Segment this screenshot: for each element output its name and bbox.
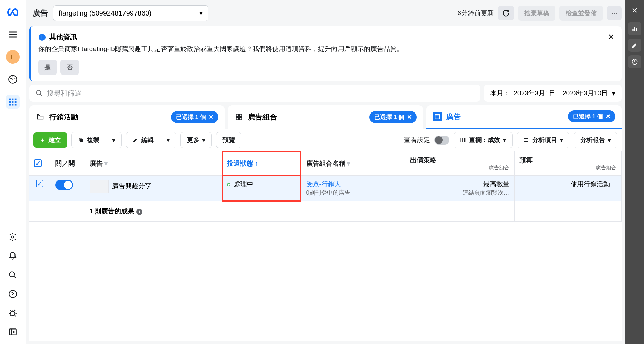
search-icon bbox=[36, 89, 43, 97]
account-selector[interactable]: ftargeting (509924817997860) ▾ bbox=[53, 5, 208, 21]
last-updated-text: 6分鐘前更新 bbox=[457, 9, 494, 18]
svg-rect-25 bbox=[463, 138, 464, 142]
more-menu-button[interactable]: ⋯ bbox=[607, 6, 622, 20]
edit-button-group: 編輯 ▾ bbox=[126, 132, 176, 148]
breakdown-button[interactable]: 分析項目 ▾ bbox=[517, 132, 569, 148]
cell-adset: 受眾-行銷人0則刊登中的廣告 bbox=[301, 176, 405, 201]
sort-asc-icon: ↑ bbox=[255, 160, 258, 167]
menu-icon[interactable] bbox=[6, 28, 20, 41]
th-delivery[interactable]: 投遞狀態 ↑ bbox=[222, 151, 301, 176]
bug-icon[interactable] bbox=[6, 306, 20, 320]
create-button[interactable]: ＋建立 bbox=[33, 132, 67, 148]
info-icon: i bbox=[38, 33, 46, 41]
sort-icon: ▾ bbox=[347, 160, 350, 167]
banner-no-button[interactable]: 否 bbox=[60, 60, 79, 75]
account-selector-label: ftargeting (509924817997860) bbox=[59, 9, 151, 17]
svg-rect-4 bbox=[9, 101, 11, 103]
th-ad[interactable]: 廣告▾ bbox=[85, 151, 222, 176]
main-content: 廣告 ftargeting (509924817997860) ▾ 6分鐘前更新… bbox=[26, 0, 625, 344]
clear-selection-icon[interactable]: ✕ bbox=[606, 113, 611, 120]
th-bid-strategy[interactable]: 出價策略廣告組合 bbox=[405, 151, 514, 176]
svg-rect-6 bbox=[15, 101, 17, 103]
search-icon[interactable] bbox=[6, 268, 20, 282]
right-rail bbox=[625, 0, 644, 344]
svg-rect-1 bbox=[9, 99, 11, 100]
info-banner-title: 其他資訊 bbox=[49, 32, 77, 42]
adset-link[interactable]: 受眾-行銷人 bbox=[306, 180, 341, 188]
search-row: 本月： 2023年3月1日 – 2023年3月10日 ▾ bbox=[29, 85, 622, 102]
view-settings-toggle[interactable] bbox=[434, 136, 449, 145]
review-publish-button[interactable]: 檢查並發佈 bbox=[559, 6, 603, 21]
th-adset-name[interactable]: 廣告組合名稱▾ bbox=[301, 151, 405, 176]
clear-selection-icon[interactable]: ✕ bbox=[407, 114, 412, 121]
date-range-selector[interactable]: 本月： 2023年3月1日 – 2023年3月10日 ▾ bbox=[484, 85, 622, 102]
close-icon[interactable] bbox=[631, 3, 638, 19]
row-toggle[interactable] bbox=[55, 180, 73, 190]
view-settings-label: 查看設定 bbox=[404, 136, 430, 145]
cell-ad-name: 廣告興趣分享 bbox=[85, 176, 222, 201]
svg-rect-19 bbox=[240, 114, 242, 116]
edit-dropdown[interactable]: ▾ bbox=[160, 132, 176, 148]
gear-icon[interactable] bbox=[6, 230, 20, 244]
avatar-letter: F bbox=[11, 53, 15, 61]
search-input[interactable] bbox=[47, 89, 474, 97]
th-onoff[interactable]: 關／開 bbox=[50, 151, 85, 176]
svg-point-11 bbox=[9, 272, 14, 277]
meta-logo[interactable] bbox=[6, 5, 20, 19]
info-icon[interactable]: i bbox=[136, 209, 142, 215]
svg-rect-2 bbox=[12, 99, 14, 100]
th-checkbox[interactable]: ✓ bbox=[29, 151, 50, 176]
help-icon[interactable] bbox=[6, 287, 20, 301]
svg-rect-22 bbox=[435, 114, 440, 119]
duplicate-dropdown[interactable]: ▾ bbox=[106, 132, 121, 148]
tab-ads[interactable]: 廣告 已選擇 1 個 ✕ bbox=[426, 105, 622, 129]
tab-campaigns[interactable]: 行銷活動 已選擇 1 個 ✕ bbox=[29, 105, 225, 129]
reports-button[interactable]: 分析報告 ▾ bbox=[574, 132, 617, 148]
more-button[interactable]: 更多 ▾ bbox=[180, 132, 212, 148]
collapse-icon[interactable] bbox=[6, 325, 20, 339]
ads-manager-icon[interactable] bbox=[6, 95, 20, 109]
duplicate-button[interactable]: 複製 bbox=[72, 132, 106, 148]
search-box[interactable] bbox=[29, 85, 480, 102]
ad-thumbnail bbox=[90, 180, 109, 193]
edit-button[interactable]: 編輯 bbox=[126, 132, 160, 148]
pencil-icon bbox=[132, 137, 139, 143]
svg-rect-24 bbox=[461, 138, 462, 142]
tab-adsets[interactable]: 廣告組合 已選擇 1 個 ✕ bbox=[228, 105, 423, 129]
chevron-down-icon: ▾ bbox=[199, 9, 203, 17]
svg-point-10 bbox=[12, 236, 14, 238]
close-icon[interactable]: ✕ bbox=[608, 32, 614, 41]
row-checkbox[interactable]: ✓ bbox=[29, 176, 50, 201]
avatar[interactable]: F bbox=[6, 50, 20, 64]
banner-yes-button[interactable]: 是 bbox=[38, 60, 57, 75]
pencil-icon[interactable] bbox=[628, 39, 641, 52]
preview-button[interactable]: 預覽 bbox=[216, 132, 241, 148]
columns-button[interactable]: 直欄：成效 ▾ bbox=[454, 132, 513, 148]
chart-icon[interactable] bbox=[628, 22, 641, 35]
cell-budget: 使用行銷活動… bbox=[514, 176, 621, 201]
grid-icon bbox=[234, 112, 244, 122]
top-bar: 廣告 ftargeting (509924817997860) ▾ 6分鐘前更新… bbox=[29, 3, 622, 26]
breakdown-icon bbox=[523, 137, 529, 143]
refresh-button[interactable] bbox=[498, 6, 514, 20]
svg-rect-21 bbox=[240, 118, 242, 120]
gauge-icon[interactable] bbox=[6, 72, 20, 86]
tab-ads-label: 廣告 bbox=[446, 112, 461, 121]
svg-rect-27 bbox=[632, 29, 633, 31]
sort-icon: ▾ bbox=[104, 160, 108, 167]
svg-rect-28 bbox=[634, 27, 635, 31]
th-budget[interactable]: 預算廣告組合 bbox=[514, 151, 621, 176]
info-banner-body: 你的企業商家Ftargeting-fb隱藏興趣工具是否著重於政治或重大國家議題？… bbox=[38, 45, 614, 53]
left-nav-rail: F bbox=[0, 0, 26, 344]
clear-selection-icon[interactable]: ✕ bbox=[209, 114, 214, 121]
svg-rect-5 bbox=[12, 101, 14, 103]
table-row[interactable]: ✓ 廣告興趣分享 處理中 受眾-行銷人0則刊登中的廣告 最高數量連結頁面瀏覽次…… bbox=[29, 176, 622, 201]
columns-icon bbox=[460, 137, 466, 143]
svg-rect-18 bbox=[236, 114, 238, 116]
cell-delivery: 處理中 bbox=[222, 176, 301, 201]
discard-draft-button[interactable]: 捨棄草稿 bbox=[518, 6, 555, 21]
clock-icon[interactable] bbox=[628, 55, 641, 68]
page-title: 廣告 bbox=[33, 8, 48, 18]
date-range: 2023年3月1日 – 2023年3月10日 bbox=[514, 89, 608, 98]
bell-icon[interactable] bbox=[6, 249, 20, 263]
